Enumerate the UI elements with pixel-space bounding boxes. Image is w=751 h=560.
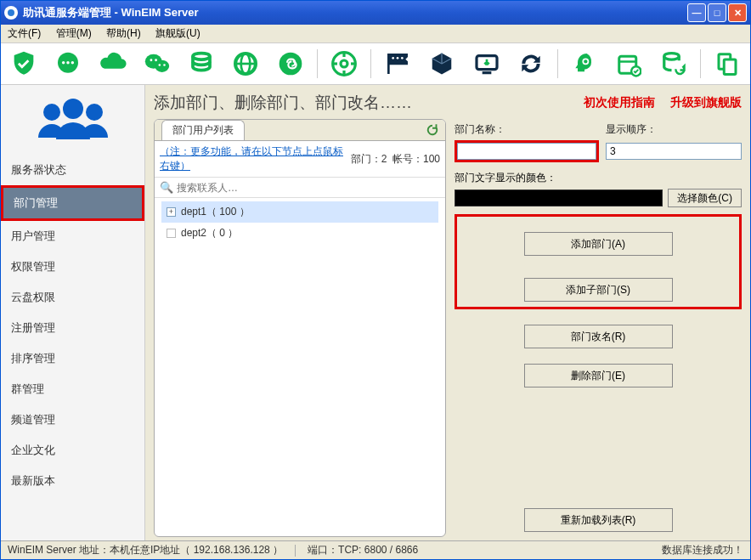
svg-point-2 xyxy=(67,61,70,64)
add-dept-button[interactable]: 添加部门(A) xyxy=(524,232,673,256)
sidebar-item-cloud-permission[interactable]: 云盘权限 xyxy=(1,282,144,313)
svg-point-5 xyxy=(155,60,169,72)
reload-list-button[interactable]: 重新加载列表(R) xyxy=(524,508,673,532)
window-title: 助讯通服务端管理 - WinEIM Server xyxy=(23,5,687,20)
sidebar-item-permission-manage[interactable]: 权限管理 xyxy=(1,252,144,282)
checkbox-icon[interactable] xyxy=(167,229,176,238)
search-icon: 🔍 xyxy=(160,181,173,194)
svg-point-7 xyxy=(155,59,157,61)
refresh-icon[interactable] xyxy=(425,122,440,138)
add-buttons-highlight-box: 添加部门(A) 添加子部门(S) xyxy=(455,214,742,309)
search-row: 🔍 xyxy=(155,178,445,198)
search-input[interactable] xyxy=(177,182,440,194)
sidebar-item-latest-version[interactable]: 最新版本 xyxy=(1,466,144,496)
svg-point-9 xyxy=(163,64,166,66)
main-panel: 添加部门、删除部门、部门改名…… 初次使用指南 升级到旗舰版 部门用户列表 （注… xyxy=(145,85,750,540)
tree-item-label: dept2（ 0 ） xyxy=(181,226,238,240)
close-button[interactable]: ✕ xyxy=(728,3,747,22)
toolbar-separator xyxy=(317,49,318,78)
chat-bubble-icon[interactable] xyxy=(54,48,82,79)
dept-user-list-panel: 部门用户列表 （注：更多功能，请在以下节点上点鼠标右键） 部门：2 帐号：100… xyxy=(154,119,446,537)
rename-dept-button[interactable]: 部门改名(R) xyxy=(524,325,673,348)
toolbar-separator xyxy=(557,49,558,78)
titlebar: 助讯通服务端管理 - WinEIM Server — □ ✕ xyxy=(1,1,750,25)
menu-manage[interactable]: 管理(M) xyxy=(56,27,92,39)
expand-icon[interactable]: + xyxy=(167,207,176,217)
svg-point-35 xyxy=(86,104,103,121)
svg-point-34 xyxy=(43,104,60,121)
body: 服务器状态 部门管理 用户管理 权限管理 云盘权限 注册管理 排序管理 群管理 … xyxy=(1,85,750,540)
link-icon[interactable] xyxy=(276,48,305,79)
form-grid: 部门名称： 显示顺序： xyxy=(455,122,742,162)
status-separator xyxy=(295,545,296,557)
copy-icon[interactable] xyxy=(713,48,742,79)
sidebar-item-channel-manage[interactable]: 频道管理 xyxy=(1,404,144,435)
dept-form-panel: 部门名称： 显示顺序： 部门文字显示的颜色： 选择颜色(C) 添加部门(A) xyxy=(455,119,742,537)
tree-item-dept1[interactable]: + dept1（ 100 ） xyxy=(161,201,438,223)
flag-icon[interactable] xyxy=(383,48,412,79)
svg-point-3 xyxy=(71,61,74,64)
sidebar-hero-icon xyxy=(1,85,144,155)
main-header: 添加部门、删除部门、部门改名…… 初次使用指南 升级到旗舰版 xyxy=(154,92,742,114)
gear-icon[interactable] xyxy=(330,48,359,79)
note-text: （注：更多功能，请在以下节点上点鼠标右键） xyxy=(160,144,351,173)
window-controls: — □ ✕ xyxy=(687,3,747,22)
dept-name-highlight-box xyxy=(455,140,599,162)
wechat-icon[interactable] xyxy=(143,48,172,79)
choose-color-button[interactable]: 选择颜色(C) xyxy=(668,189,742,207)
calendar-check-icon[interactable] xyxy=(614,48,643,79)
toolbar xyxy=(1,42,750,85)
shield-icon[interactable] xyxy=(9,48,38,79)
display-order-input[interactable] xyxy=(606,143,742,160)
minimize-button[interactable]: — xyxy=(687,3,706,22)
svg-point-23 xyxy=(397,57,399,59)
sidebar-item-dept-manage[interactable]: 部门管理 xyxy=(3,188,142,218)
sidebar-item-server-status[interactable]: 服务器状态 xyxy=(1,155,144,185)
database-icon[interactable] xyxy=(187,48,216,79)
database-refresh-icon[interactable] xyxy=(659,48,688,79)
spacer xyxy=(455,387,742,498)
add-sub-dept-button[interactable]: 添加子部门(S) xyxy=(524,278,673,302)
svg-rect-33 xyxy=(724,59,736,75)
dept-tree: + dept1（ 100 ） dept2（ 0 ） xyxy=(155,198,445,536)
menu-file[interactable]: 文件(F) xyxy=(8,27,41,39)
delete-dept-button[interactable]: 删除部门(E) xyxy=(524,364,673,387)
svg-point-31 xyxy=(663,54,679,60)
dept-name-label: 部门名称： xyxy=(455,122,599,137)
upgrade-flagship-link[interactable]: 升级到旗舰版 xyxy=(670,95,742,110)
stats-text: 部门：2 帐号：100 xyxy=(351,152,440,167)
svg-point-24 xyxy=(401,57,404,59)
cube-icon[interactable] xyxy=(427,48,456,79)
svg-point-16 xyxy=(341,60,347,67)
sidebar-item-user-manage[interactable]: 用户管理 xyxy=(1,221,144,252)
svg-point-22 xyxy=(392,57,394,59)
head-gear-icon[interactable] xyxy=(570,48,599,79)
sidebar-item-register-manage[interactable]: 注册管理 xyxy=(1,313,144,343)
menubar: 文件(F) 管理(M) 帮助(H) 旗舰版(U) xyxy=(1,25,750,42)
status-addr: WinEIM Server 地址：本机任意IP地址（ 192.168.136.1… xyxy=(8,543,283,557)
maximize-button[interactable]: □ xyxy=(708,3,726,22)
svg-point-14 xyxy=(279,53,302,76)
cloud-icon[interactable] xyxy=(99,48,127,79)
sidebar-item-sort-manage[interactable]: 排序管理 xyxy=(1,343,144,374)
menu-help[interactable]: 帮助(H) xyxy=(106,27,141,39)
sidebar-item-group-manage[interactable]: 群管理 xyxy=(1,374,144,404)
main-columns: 部门用户列表 （注：更多功能，请在以下节点上点鼠标右键） 部门：2 帐号：100… xyxy=(154,119,742,537)
first-use-guide-link[interactable]: 初次使用指南 xyxy=(584,95,655,110)
note-row: （注：更多功能，请在以下节点上点鼠标右键） 部门：2 帐号：100 xyxy=(155,141,445,178)
tab-dept-user-list[interactable]: 部门用户列表 xyxy=(161,120,245,140)
globe-icon[interactable] xyxy=(231,48,260,79)
tab-row: 部门用户列表 xyxy=(155,120,445,141)
app-window: 助讯通服务端管理 - WinEIM Server — □ ✕ 文件(F) 管理(… xyxy=(0,0,751,560)
toolbar-separator xyxy=(370,49,371,78)
monitor-download-icon[interactable] xyxy=(472,48,501,79)
status-db: 数据库连接成功！ xyxy=(662,543,743,557)
sidebar-item-corp-culture[interactable]: 企业文化 xyxy=(1,435,144,466)
dept-name-input[interactable] xyxy=(457,143,596,160)
refresh-arrows-icon[interactable] xyxy=(517,48,545,79)
tree-item-dept2[interactable]: dept2（ 0 ） xyxy=(161,223,438,244)
menu-flagship[interactable]: 旗舰版(U) xyxy=(155,27,200,39)
status-bar: WinEIM Server 地址：本机任意IP地址（ 192.168.136.1… xyxy=(1,540,750,559)
svg-point-6 xyxy=(150,59,152,61)
svg-rect-21 xyxy=(387,54,390,74)
